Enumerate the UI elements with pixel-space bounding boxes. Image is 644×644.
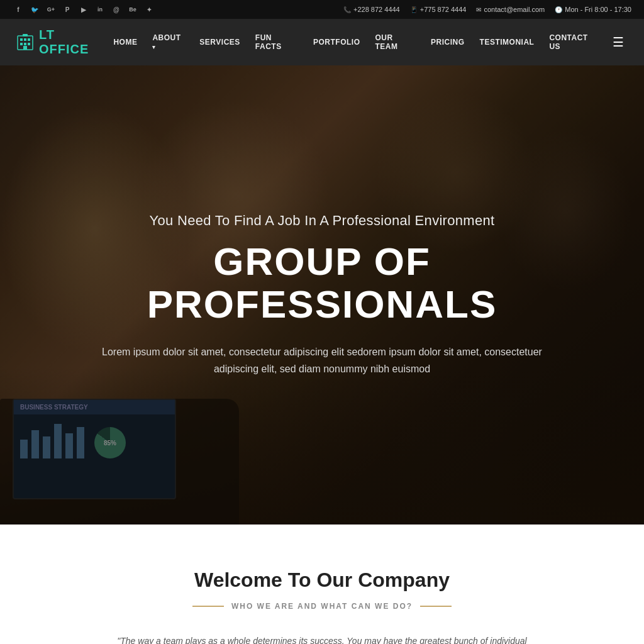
- phone-secondary: 📱 +775 872 4444: [410, 6, 467, 13]
- hamburger-menu[interactable]: ☰: [608, 32, 629, 52]
- at-icon: @: [111, 4, 121, 14]
- social-linkedin[interactable]: in: [94, 4, 106, 15]
- logo-text: LT OFFICE: [39, 28, 107, 57]
- behance-icon: Be: [128, 4, 138, 14]
- email-icon: ✉: [476, 6, 481, 13]
- social-facebook[interactable]: f: [13, 4, 24, 15]
- hero-description: Lorem ipsum dolor sit amet, consectetur …: [96, 343, 548, 377]
- svg-rect-6: [28, 43, 30, 45]
- hero-title: GROUP OF PROFESSIONALS: [83, 240, 561, 326]
- social-youtube[interactable]: ▶: [78, 4, 89, 15]
- business-hours: 🕐 Mon - Fri 8:00 - 17:30: [555, 6, 631, 13]
- email-contact: ✉ contact@email.com: [476, 6, 545, 13]
- nav-home[interactable]: HOME: [107, 34, 143, 50]
- building-icon: [15, 32, 35, 52]
- facebook-icon: f: [13, 4, 23, 14]
- nav-about[interactable]: ABOUT: [146, 30, 191, 55]
- nav-fun-facts[interactable]: FUN FACTS: [249, 30, 304, 55]
- contact-info: 📞 +228 872 4444 📱 +775 872 4444 ✉ contac…: [343, 6, 631, 13]
- nav-contact-us[interactable]: CONTACT US: [543, 30, 605, 55]
- nav-links: HOME ABOUT SERVICES FUN FACTS PORTFOLIO …: [107, 30, 629, 55]
- welcome-title: Welcome To Our Company: [50, 569, 594, 592]
- welcome-section: Welcome To Our Company WHO WE ARE AND WH…: [0, 525, 644, 644]
- nav-services[interactable]: SERVICES: [193, 34, 246, 50]
- svg-rect-8: [23, 34, 28, 36]
- twitter-icon: 🐦: [30, 4, 40, 14]
- logo-icon: [15, 32, 35, 52]
- mobile-icon: 📱: [410, 6, 418, 13]
- welcome-subtitle-row: WHO WE ARE AND WHAT CAN WE DO?: [50, 602, 594, 611]
- logo[interactable]: LT OFFICE: [15, 28, 107, 57]
- social-at[interactable]: @: [111, 4, 122, 15]
- svg-rect-3: [28, 38, 30, 41]
- youtube-icon: ▶: [79, 4, 89, 14]
- extra-icon: ✦: [144, 4, 154, 14]
- hero-section: BUSINESS STRATEGY 85% You Need To Find A…: [0, 65, 644, 525]
- social-behance[interactable]: Be: [127, 4, 138, 15]
- subtitle-line-right: [420, 606, 452, 607]
- social-google-plus[interactable]: G+: [45, 4, 57, 15]
- subtitle-line-left: [192, 606, 224, 607]
- social-links[interactable]: f 🐦 G+ P ▶ in @ Be ✦: [13, 4, 155, 15]
- welcome-subtitle: WHO WE ARE AND WHAT CAN WE DO?: [231, 602, 413, 611]
- phone-primary: 📞 +228 872 4444: [343, 6, 400, 13]
- social-twitter[interactable]: 🐦: [29, 4, 40, 15]
- nav-testimonial[interactable]: TESTIMONIAL: [474, 34, 541, 50]
- social-pinterest[interactable]: P: [62, 4, 73, 15]
- navbar: LT OFFICE HOME ABOUT SERVICES FUN FACTS …: [0, 19, 644, 65]
- svg-rect-2: [24, 38, 26, 41]
- svg-rect-5: [24, 43, 26, 45]
- welcome-quote: "The way a team plays as a whole determi…: [108, 633, 536, 644]
- nav-portfolio[interactable]: PORTFOLIO: [307, 34, 367, 50]
- svg-rect-4: [20, 43, 23, 45]
- top-bar: f 🐦 G+ P ▶ in @ Be ✦ 📞 +228 872 4444 📱 +…: [0, 0, 644, 19]
- clock-icon: 🕐: [555, 6, 562, 13]
- svg-rect-7: [23, 46, 27, 50]
- google-plus-icon: G+: [46, 4, 56, 14]
- linkedin-icon: in: [95, 4, 105, 14]
- pinterest-icon: P: [62, 4, 72, 14]
- phone-icon: 📞: [343, 6, 351, 13]
- nav-our-team[interactable]: OUR TEAM: [369, 30, 423, 55]
- hero-content: You Need To Find A Job In A Professional…: [64, 213, 580, 378]
- nav-pricing[interactable]: PRICING: [425, 34, 471, 50]
- hero-subtitle: You Need To Find A Job In A Professional…: [83, 213, 561, 229]
- svg-rect-1: [20, 38, 23, 41]
- social-extra[interactable]: ✦: [143, 4, 155, 15]
